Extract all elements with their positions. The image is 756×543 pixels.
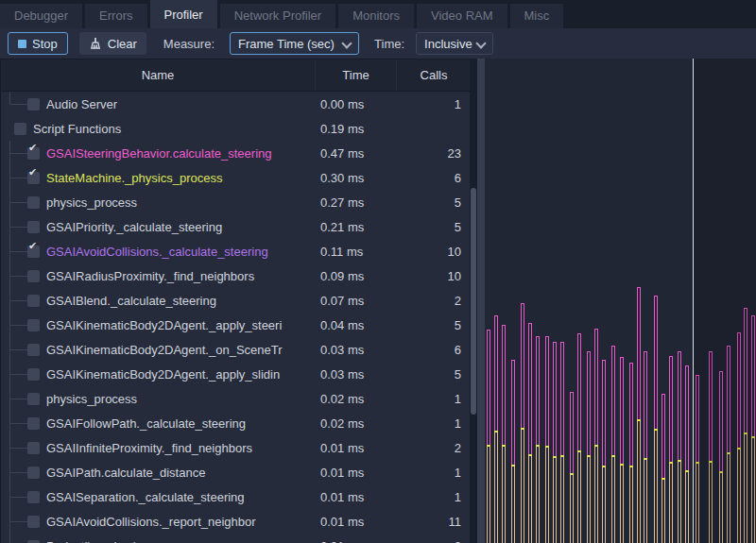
row-checkbox[interactable]	[27, 344, 40, 356]
table-row[interactable]: GSAIRadiusProximity._find_neighbors0.09 …	[1, 263, 470, 288]
row-checkbox[interactable]	[27, 196, 40, 209]
row-checkbox[interactable]	[27, 270, 40, 282]
frame-marker-line	[693, 59, 694, 543]
measure-label: Measure:	[163, 37, 215, 51]
tree-guide	[9, 325, 27, 326]
graph-bar	[545, 336, 549, 543]
table-row[interactable]: GSAIKinematicBody2DAgent._apply_steeri0.…	[1, 313, 470, 337]
table-row[interactable]: GSAIKinematicBody2DAgent._on_SceneTr0.03…	[1, 337, 470, 362]
tree-guide	[9, 276, 27, 277]
tab-profiler[interactable]: Profiler	[150, 0, 217, 28]
row-checkbox[interactable]	[27, 221, 40, 233]
tab-misc[interactable]: Misc	[510, 4, 564, 28]
tree-guide	[9, 202, 27, 203]
table-row[interactable]: GSAIAvoidCollisions._report_neighbor0.01…	[1, 509, 470, 534]
tree-guide	[9, 399, 27, 399]
tab-debugger[interactable]: Debugger	[0, 4, 82, 28]
stop-button-label: Stop	[32, 37, 58, 51]
row-checkbox[interactable]	[27, 491, 40, 503]
row-time: 0.01 ms	[315, 441, 396, 455]
row-time: 0.19 ms	[315, 122, 396, 136]
table-row[interactable]: GSAISteeringBehavior.calculate_steering0…	[1, 141, 470, 165]
graph-bar	[560, 342, 564, 543]
table-header: Name Time Calls	[1, 59, 470, 92]
table-row[interactable]: Audio Server0.00 ms1	[1, 92, 470, 116]
vertical-scrollbar[interactable]	[471, 188, 476, 415]
row-time: 0.21 ms	[315, 220, 396, 234]
clear-button-label: Clear	[108, 37, 137, 51]
graph-bar	[587, 351, 591, 543]
tab-errors[interactable]: Errors	[85, 4, 146, 28]
table-row[interactable]: Projectile._physics_process0.01 ms2	[1, 534, 470, 543]
time-dropdown[interactable]: Inclusive	[416, 32, 493, 55]
row-checkbox[interactable]	[27, 417, 40, 430]
tree-guide	[9, 497, 27, 498]
row-name: Script Functions	[33, 122, 121, 136]
row-name: GSAIKinematicBody2DAgent._on_SceneTr	[46, 343, 283, 357]
header-calls[interactable]: Calls	[396, 59, 470, 91]
row-name: physics_process	[46, 195, 137, 210]
tree-guide	[9, 178, 27, 178]
row-checkbox[interactable]	[27, 540, 40, 543]
clear-button[interactable]: Clear	[79, 32, 146, 55]
table-row[interactable]: GSAIPath.calculate_distance0.01 ms1	[1, 460, 470, 484]
panel-splitter[interactable]	[477, 59, 485, 543]
row-calls: 1	[396, 490, 470, 504]
row-checkbox[interactable]	[27, 393, 40, 405]
row-checkbox[interactable]	[27, 442, 40, 454]
row-calls: 1	[396, 466, 470, 480]
graph-bar	[536, 336, 540, 543]
row-calls: 5	[396, 318, 470, 332]
profiler-content: Name Time Calls Audio Server0.00 ms1Scri…	[0, 59, 756, 543]
stop-button[interactable]: Stop	[8, 32, 68, 55]
row-checkbox[interactable]	[14, 123, 26, 135]
table-row[interactable]: Script Functions0.19 ms	[1, 116, 470, 141]
measure-dropdown[interactable]: Frame Time (sec)	[230, 32, 359, 55]
table-row[interactable]: GSAIBlend._calculate_steering0.07 ms2	[1, 288, 470, 313]
table-row[interactable]: physics_process0.02 ms1	[1, 386, 470, 411]
row-calls: 5	[396, 367, 470, 382]
graph-bar	[577, 333, 581, 543]
row-name: GSAIFollowPath._calculate_steering	[46, 416, 246, 431]
table-row[interactable]: physics_process0.27 ms5	[1, 190, 470, 214]
row-checkbox[interactable]	[27, 295, 40, 307]
row-checkbox[interactable]	[27, 98, 40, 110]
header-name[interactable]: Name	[1, 59, 315, 91]
row-time: 0.01 ms	[315, 466, 396, 480]
table-row[interactable]: GSAIAvoidCollisions._calculate_steering0…	[1, 239, 470, 263]
row-name: GSAIKinematicBody2DAgent._apply_slidin	[46, 367, 280, 382]
row-calls: 5	[396, 220, 470, 234]
row-checkbox[interactable]	[27, 516, 40, 528]
graph-bar	[644, 351, 647, 543]
tab-video-ram[interactable]: Video RAM	[417, 4, 507, 28]
row-checkbox[interactable]	[27, 319, 40, 331]
header-time[interactable]: Time	[315, 59, 396, 91]
row-name: GSAISteeringBehavior.calculate_steering	[46, 146, 271, 161]
table-row[interactable]: GSAIInfiniteProximity._find_neighbors0.0…	[1, 435, 470, 460]
table-row[interactable]: StateMachine._physics_process0.30 ms6	[1, 165, 470, 190]
row-checkbox[interactable]	[27, 467, 40, 479]
table-row[interactable]: GSAIKinematicBody2DAgent._apply_slidin0.…	[1, 362, 470, 386]
tab-monitors[interactable]: Monitors	[338, 4, 414, 28]
row-time: 0.00 ms	[315, 97, 396, 111]
row-checkbox[interactable]	[27, 246, 40, 258]
graph-bar	[502, 325, 506, 543]
row-checkbox[interactable]	[27, 368, 40, 381]
tree-guide	[9, 521, 27, 522]
row-time: 0.01 ms	[315, 539, 396, 543]
tree-guide	[9, 423, 27, 424]
frame-graph[interactable]	[485, 59, 756, 543]
table-row[interactable]: GSAIPriority._calculate_steering0.21 ms5	[1, 214, 470, 239]
graph-bar	[629, 363, 633, 543]
row-calls: 11	[396, 515, 470, 529]
tree-guide	[9, 300, 27, 301]
row-time: 0.03 ms	[315, 343, 396, 357]
tree-guide	[9, 448, 27, 449]
table-row[interactable]: GSAIFollowPath._calculate_steering0.02 m…	[1, 411, 470, 435]
row-name: GSAIRadiusProximity._find_neighbors	[46, 269, 254, 283]
table-row[interactable]: GSAISeparation._calculate_steering0.01 m…	[1, 484, 470, 509]
row-checkbox[interactable]	[27, 147, 40, 160]
tab-network-profiler[interactable]: Network Profiler	[220, 4, 335, 28]
row-checkbox[interactable]	[27, 172, 40, 184]
tree-guide	[9, 153, 27, 154]
